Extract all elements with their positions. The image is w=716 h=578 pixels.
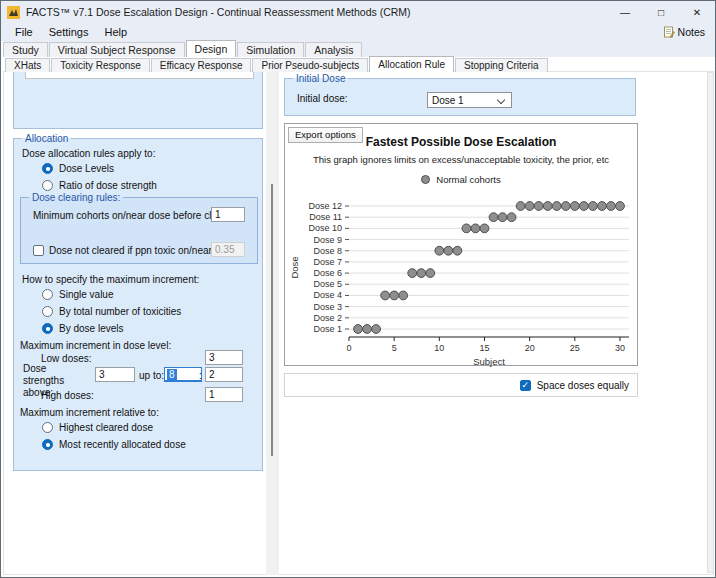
sub-tab-strip: XHats Toxicity Response Efficacy Respons…	[5, 57, 715, 72]
max-increment-how-label: How to specify the maximum increment:	[22, 274, 199, 286]
svg-text:Dose 3: Dose 3	[313, 302, 342, 312]
allocation-group: Allocation Dose allocation rules apply t…	[13, 138, 263, 471]
tab-study[interactable]: Study	[3, 42, 48, 57]
tab-prior-pseudo-subjects[interactable]: Prior Pseudo-subjects	[252, 58, 368, 72]
svg-text:10: 10	[434, 343, 444, 353]
minimize-button[interactable]: —	[607, 1, 643, 23]
svg-text:Dose: Dose	[289, 256, 300, 278]
up-to-input-selected-text: 8	[167, 369, 177, 380]
low-doses-input[interactable]	[205, 350, 243, 365]
legend-marker-icon	[421, 175, 430, 184]
up-to-label: up to:	[139, 370, 164, 382]
dose-clearing-group: Dose clearing rules: Minimum cohorts on/…	[20, 197, 258, 264]
notes-icon	[663, 26, 675, 38]
notes-label: Notes	[678, 26, 705, 38]
high-doses-label: High doses:	[41, 390, 94, 402]
ppn-toxic-input	[211, 242, 245, 257]
min-cohorts-label: Minimum cohorts on/near dose before clea…	[33, 210, 240, 222]
app-icon	[7, 6, 20, 19]
radio-by-dose-levels-label[interactable]: By dose levels	[59, 323, 123, 335]
tab-design[interactable]: Design	[186, 40, 237, 57]
menu-settings[interactable]: Settings	[41, 25, 97, 39]
radio-most-recent-label[interactable]: Most recently allocated dose	[59, 439, 186, 451]
svg-text:25: 25	[570, 343, 580, 353]
scrolled-group-box	[13, 72, 263, 129]
space-doses-checkbox[interactable]	[520, 380, 531, 391]
radio-most-recent[interactable]	[42, 439, 53, 450]
legend-label: Normal cohorts	[436, 174, 500, 185]
ppn-toxic-checkbox[interactable]	[33, 245, 44, 256]
tab-simulation[interactable]: Simulation	[237, 42, 304, 57]
initial-dose-group: Initial Dose Initial dose: Dose 1	[284, 78, 636, 116]
svg-text:Dose 4: Dose 4	[313, 290, 342, 300]
app-window: FACTS™ v7.1 Dose Escalation Design - Con…	[0, 0, 716, 578]
tab-xhats[interactable]: XHats	[5, 58, 50, 72]
chart-subtitle: This graph ignores limits on excess/unac…	[285, 154, 637, 165]
menu-help[interactable]: Help	[96, 25, 135, 39]
notes-button[interactable]: Notes	[663, 26, 709, 38]
svg-text:Dose 8: Dose 8	[313, 246, 342, 256]
initial-dose-group-label: Initial Dose	[293, 72, 348, 85]
tab-toxicity-response[interactable]: Toxicity Response	[51, 58, 150, 72]
up-to-input[interactable]: 8	[164, 367, 202, 382]
dose-strengths-above-input[interactable]	[95, 367, 135, 382]
svg-text:Dose 11: Dose 11	[309, 212, 342, 222]
radio-total-toxicities[interactable]	[42, 306, 53, 317]
radio-highest-cleared-label[interactable]: Highest cleared dose	[59, 422, 153, 434]
maximize-button[interactable]: □	[643, 1, 679, 23]
svg-text:Dose 5: Dose 5	[313, 279, 342, 289]
chevron-down-icon	[497, 96, 505, 104]
svg-text:Dose 6: Dose 6	[313, 268, 342, 278]
min-cohorts-input[interactable]	[211, 207, 245, 222]
chart-panel: Export options Fastest Possible Dose Esc…	[284, 123, 638, 366]
space-doses-panel: Space doses equally	[284, 373, 638, 397]
vertical-scrollbar-thumb[interactable]	[271, 184, 273, 456]
tab-virtual-subject-response[interactable]: Virtual Subject Response	[49, 42, 185, 57]
radio-single-value[interactable]	[42, 289, 53, 300]
max-increment-level-label: Maximum increment in dose level:	[20, 340, 171, 352]
title-bar: FACTS™ v7.1 Dose Escalation Design - Con…	[1, 1, 715, 23]
svg-text:Dose 1: Dose 1	[313, 324, 342, 334]
apply-to-label: Dose allocation rules apply to:	[22, 148, 155, 160]
svg-text:Dose 10: Dose 10	[308, 223, 342, 233]
export-options-button[interactable]: Export options	[288, 127, 363, 143]
radio-highest-cleared[interactable]	[42, 422, 53, 433]
svg-text:Subject: Subject	[473, 356, 505, 367]
svg-text:30: 30	[615, 343, 625, 353]
radio-dose-levels[interactable]	[42, 163, 53, 174]
svg-text:Dose 2: Dose 2	[313, 313, 342, 323]
window-title: FACTS™ v7.1 Dose Escalation Design - Con…	[26, 6, 411, 18]
chart-legend: Normal cohorts	[285, 174, 637, 185]
svg-text:15: 15	[479, 343, 489, 353]
initial-dose-selected-value: Dose 1	[432, 95, 464, 106]
dose-clearing-group-label: Dose clearing rules:	[29, 191, 123, 204]
radio-total-toxicities-label[interactable]: By total number of toxicities	[59, 306, 181, 318]
radio-by-dose-levels[interactable]	[42, 323, 53, 334]
radio-dose-levels-label[interactable]: Dose Levels	[59, 163, 114, 175]
svg-text:20: 20	[525, 343, 535, 353]
mid-doses-input[interactable]	[205, 367, 243, 382]
menu-file[interactable]: File	[7, 25, 41, 39]
tab-efficacy-response[interactable]: Efficacy Response	[151, 58, 252, 72]
svg-text:Dose 12: Dose 12	[308, 201, 342, 211]
tab-stopping-criteria[interactable]: Stopping Criteria	[455, 58, 547, 72]
initial-dose-select[interactable]: Dose 1	[427, 92, 512, 108]
svg-text:Dose 7: Dose 7	[313, 257, 342, 267]
scrolled-control-remnant	[25, 72, 254, 79]
tab-analysis[interactable]: Analysis	[305, 42, 362, 57]
radio-single-value-label[interactable]: Single value	[59, 289, 113, 301]
tab-allocation-rule[interactable]: Allocation Rule	[369, 56, 454, 72]
dose-escalation-plot: Dose 1Dose 2Dose 3Dose 4Dose 5Dose 6Dose…	[285, 187, 637, 369]
svg-text:5: 5	[392, 343, 397, 353]
high-doses-input[interactable]	[205, 387, 243, 402]
svg-text:0: 0	[346, 343, 351, 353]
vertical-scrollbar-track[interactable]	[266, 72, 279, 575]
space-doses-label[interactable]: Space doses equally	[537, 380, 629, 391]
colon-label: :	[199, 370, 202, 382]
radio-ratio-dose-strength[interactable]	[42, 180, 53, 191]
close-button[interactable]: ✕	[679, 1, 715, 23]
allocation-group-label: Allocation	[22, 132, 71, 145]
initial-dose-label: Initial dose:	[297, 93, 348, 105]
menu-bar: File Settings Help Notes	[1, 23, 715, 41]
right-scrollbar-track[interactable]	[707, 72, 714, 573]
